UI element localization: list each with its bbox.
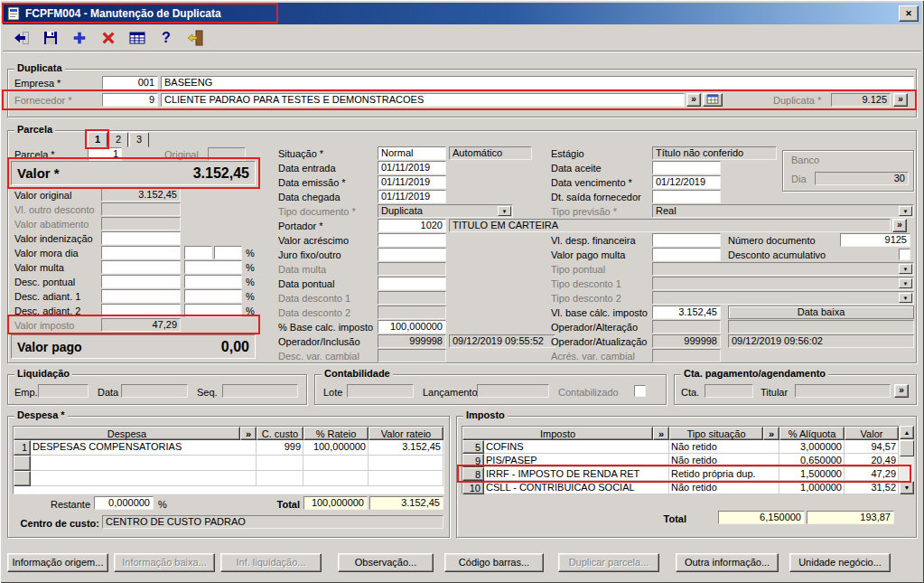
vl-base-calc-field[interactable]: 3.152,45 — [652, 306, 721, 319]
unidade-negocio-button[interactable]: Unidade negócio... — [789, 553, 891, 572]
valor-mora-dia-aux1-field[interactable] — [184, 246, 212, 259]
imposto-cell-aliquota[interactable]: 1,500000 — [779, 467, 845, 481]
tipo-desconto2-label: Tipo desconto 2 — [551, 292, 621, 305]
save-icon[interactable] — [39, 27, 62, 49]
base-calc-imposto-field[interactable]: 100,000000 — [378, 320, 446, 334]
imposto-scrollbar-thumb[interactable] — [900, 440, 914, 456]
observacao-button[interactable]: Observação... — [338, 553, 434, 572]
despesa-cell-ccusto[interactable]: 999 — [257, 440, 303, 456]
despesa-row-num — [14, 456, 31, 471]
imposto-cell-aliquota[interactable]: 3,000000 — [779, 440, 845, 454]
imposto-cell-situacao[interactable]: Retido própria dup. — [669, 467, 779, 481]
imposto-header-situacao-lookup-button[interactable]: » — [763, 427, 779, 440]
imposto-cell-name[interactable]: CSLL - CONTRIBUICAO SOCIAL — [484, 481, 669, 494]
tab-parcela-2[interactable]: 2 — [108, 132, 128, 147]
outra-informacao-button[interactable]: Outra informação... — [676, 553, 779, 572]
estagio-field: Título não conferido — [652, 146, 777, 160]
empresa-name-field[interactable]: BASEENG — [161, 76, 914, 89]
situacao-field[interactable]: Normal — [378, 146, 446, 160]
despesa-cell-empty[interactable] — [369, 456, 443, 471]
exit-door-icon[interactable] — [183, 27, 207, 49]
imposto-header-lookup-button[interactable]: » — [653, 427, 669, 440]
scroll-down-icon[interactable]: ▼ — [900, 481, 914, 494]
despesa-header-lookup-button[interactable]: » — [240, 427, 257, 440]
liq-data-label: Data — [98, 386, 118, 399]
vl-desp-financeira-field[interactable] — [652, 233, 721, 247]
data-chegada-field[interactable]: 01/11/2019 — [378, 190, 446, 203]
desc-pontual-field[interactable] — [101, 275, 181, 288]
despesa-cell-empty[interactable] — [31, 456, 257, 471]
desc-adiant2-pct-field[interactable] — [184, 304, 242, 317]
despesa-cell-empty[interactable] — [303, 471, 369, 486]
automatico-field: Automático — [449, 146, 532, 160]
desc-adiant1-field[interactable] — [101, 289, 181, 303]
imposto-cell-name[interactable]: IRRF - IMPOSTO DE RENDA RET — [484, 467, 669, 481]
data-entrada-field[interactable]: 01/11/2019 — [378, 161, 446, 174]
despesa-cell-valor[interactable]: 3.152,45 — [369, 440, 443, 456]
imposto-cell-aliquota[interactable]: 0,650000 — [779, 454, 845, 467]
close-button[interactable]: ✕ — [899, 5, 919, 22]
juro-fixo-field[interactable] — [378, 248, 446, 261]
fornecedor-browse-button[interactable] — [703, 93, 723, 107]
valor-indenizacao-field[interactable] — [101, 231, 181, 245]
valor-multa-pct-field[interactable] — [184, 260, 242, 274]
portador-code-field[interactable]: 1020 — [378, 219, 446, 232]
despesa-cell-empty[interactable] — [369, 471, 443, 486]
imposto-cell-aliquota[interactable]: 1,000000 — [779, 481, 845, 494]
imposto-cell-name[interactable]: PIS/PASEP — [484, 454, 669, 467]
tab-parcela-1[interactable]: 1 — [88, 132, 107, 147]
imposto-cell-valor[interactable]: 94,57 — [845, 440, 899, 454]
valor-acrescimo-field[interactable] — [378, 233, 446, 247]
delete-record-icon[interactable] — [97, 27, 120, 49]
imposto-cell-situacao[interactable]: Não retido — [669, 454, 779, 467]
duplicata-lookup-button[interactable]: » — [893, 93, 908, 107]
valor-mora-dia-field[interactable] — [101, 246, 181, 259]
despesa-cell-name[interactable]: DESPESAS COMPENSATORIAS — [31, 440, 257, 456]
despesa-cell-rateio[interactable]: 100,000000 — [303, 440, 369, 456]
valor-mora-dia-aux2-field[interactable] — [214, 246, 242, 259]
desconto-acumulativo-checkbox[interactable] — [899, 249, 910, 260]
data-vencimento-field[interactable]: 01/12/2019 — [652, 175, 721, 189]
imposto-cell-situacao[interactable]: Não retido — [669, 481, 779, 494]
fornecedor-name-field[interactable]: CLIENTE PADRAO PARA TESTES E DEMONSTRACO… — [161, 93, 685, 107]
valor-multa-field[interactable] — [101, 260, 181, 274]
dt-saida-fornecedor-field[interactable] — [652, 190, 721, 203]
scroll-up-icon[interactable]: ▲ — [900, 426, 914, 439]
add-record-icon[interactable] — [68, 27, 91, 49]
imposto-cell-name[interactable]: COFINS — [484, 440, 669, 454]
desc-pontual-pct-field[interactable] — [184, 275, 242, 288]
data-desconto2-field — [378, 306, 446, 319]
data-pontual-field[interactable] — [378, 277, 446, 290]
browse-grid-icon[interactable] — [126, 27, 149, 49]
restante-field: 0,000000 — [94, 496, 154, 510]
numero-documento-field[interactable]: 9125 — [840, 233, 910, 247]
empresa-code-field[interactable]: 001 — [102, 76, 158, 89]
data-multa-field — [378, 262, 446, 276]
fornecedor-code-field[interactable]: 9 — [102, 93, 158, 107]
imposto-cell-valor[interactable]: 31,52 — [845, 481, 899, 494]
codigo-barras-button[interactable]: Código barras... — [444, 553, 544, 572]
dia-label: Dia — [791, 173, 807, 185]
imposto-cell-valor[interactable]: 20,49 — [845, 454, 899, 467]
informacao-origem-button[interactable]: Informação origem... — [7, 553, 108, 572]
exit-form-icon[interactable] — [10, 27, 33, 49]
parcela-field[interactable]: 1 — [88, 147, 122, 161]
tab-parcela-3[interactable]: 3 — [129, 132, 149, 147]
despesa-cell-empty[interactable] — [257, 456, 303, 471]
desc-adiant2-field[interactable] — [101, 304, 181, 317]
tipo-desconto1-combo: ▼ — [652, 277, 914, 290]
despesa-cell-empty[interactable] — [31, 471, 257, 486]
imposto-cell-situacao[interactable]: Não retido — [669, 440, 779, 454]
portador-lookup-button[interactable]: » — [892, 219, 907, 232]
despesa-cell-empty[interactable] — [257, 471, 303, 486]
data-emissao-field[interactable]: 01/11/2019 — [378, 175, 446, 189]
despesa-cell-empty[interactable] — [303, 456, 369, 471]
desc-adiant1-pct-field[interactable] — [184, 289, 242, 303]
data-aceite-field[interactable] — [652, 161, 721, 174]
help-icon[interactable]: ? — [154, 27, 178, 49]
fornecedor-lookup-button[interactable]: » — [686, 93, 701, 107]
titular-lookup-button[interactable]: » — [894, 384, 909, 398]
imposto-cell-valor[interactable]: 47,29 — [845, 467, 899, 481]
valor-pago-multa-field[interactable] — [652, 248, 721, 261]
operador-atualizacao-code-field: 999998 — [652, 334, 721, 348]
